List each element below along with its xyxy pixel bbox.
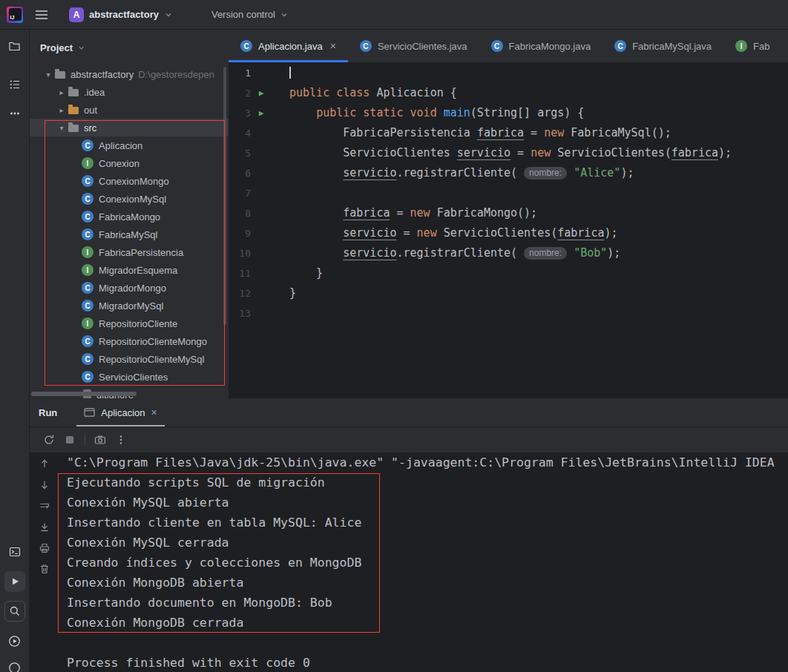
close-icon[interactable]: ×: [330, 40, 336, 52]
chevron-down-icon[interactable]: ▾: [55, 124, 68, 132]
stop-icon[interactable]: [61, 431, 79, 449]
code-text[interactable]: servicio.registrarCliente( nombre: "Bob"…: [272, 243, 620, 263]
code-text[interactable]: }: [272, 283, 296, 303]
tree-item-label: Aplicacion: [99, 140, 142, 151]
services-tool-icon[interactable]: [4, 630, 25, 651]
intellij-logo-icon[interactable]: IJ: [7, 7, 23, 23]
toolbar-separator: [85, 433, 85, 447]
chevron-down-icon[interactable]: ▾: [42, 70, 55, 79]
camera-icon[interactable]: [91, 431, 109, 449]
ide-window: IJ A abstractfactory Version control: [0, 0, 788, 672]
tree-item-src[interactable]: ▾src: [30, 119, 229, 136]
version-control-widget[interactable]: Version control: [207, 6, 293, 23]
editor-tab-servicioclientes-java[interactable]: CServicioClientes.java: [348, 30, 479, 62]
search-icon[interactable]: [4, 601, 25, 622]
tree-item-label: abstractfactory: [70, 69, 134, 80]
tree-item-abstractfactory[interactable]: ▾abstractfactoryD:\gestoresdepen: [30, 65, 229, 83]
run-tool-icon[interactable]: [4, 571, 25, 592]
code-text[interactable]: fabrica = new FabricaMongo();: [272, 203, 537, 223]
up-stack-icon[interactable]: [37, 456, 52, 471]
tree-item-conexionmongo[interactable]: CConexionMongo: [30, 172, 229, 190]
editor-tab-fab[interactable]: IFab: [723, 30, 781, 62]
tree-item-migradoresquema[interactable]: IMigradorEsquema: [30, 261, 229, 279]
code-line: 11 }: [229, 263, 788, 283]
chevron-right-icon[interactable]: ▸: [55, 88, 68, 96]
tree-item-repositoriocliente[interactable]: IRepositorioCliente: [30, 314, 229, 332]
project-horizontal-scrollbar[interactable]: [31, 392, 137, 396]
run-line-icon[interactable]: ▶: [251, 83, 272, 103]
editor-tab-fabricamongo-java[interactable]: CFabricaMongo.java: [479, 30, 603, 62]
code-text[interactable]: public static void main(String[] args) {: [272, 103, 584, 123]
code-text[interactable]: ServicioClientes servicio = new Servicio…: [272, 143, 732, 163]
code-text[interactable]: FabricaPersistencia fabrica = new Fabric…: [272, 123, 672, 143]
tree-item-fabricapersistencia[interactable]: IFabricaPersistencia: [30, 243, 229, 261]
code-token: fabrica: [672, 146, 718, 159]
main-menu-icon[interactable]: [35, 10, 48, 20]
tree-item-servicioclientes[interactable]: CServicioClientes: [30, 368, 229, 386]
code-line: 5 ServicioClientes servicio = new Servic…: [229, 143, 788, 163]
code-text[interactable]: servicio.registrarCliente( nombre: "Alic…: [272, 163, 634, 183]
more-tools-icon[interactable]: [4, 103, 25, 124]
code-text[interactable]: }: [272, 263, 323, 283]
project-panel: Project ▾abstractfactoryD:\gestoresdepen…: [30, 30, 229, 398]
tree-item-path: D:\gestoresdepen: [138, 69, 214, 80]
tree-item-migradormysql[interactable]: CMigradorMySql: [30, 297, 229, 314]
rerun-icon[interactable]: [40, 431, 58, 449]
project-avatar: A: [69, 7, 84, 22]
tree-item-repositorioclientemongo[interactable]: CRepositorioClienteMongo: [30, 332, 229, 350]
gutter-space: [251, 63, 272, 83]
project-tool-icon[interactable]: [4, 36, 25, 56]
code-text[interactable]: [272, 183, 289, 203]
scroll-to-end-icon[interactable]: [37, 520, 52, 535]
editor-tab-aplicacion-java[interactable]: CAplicacion.java×: [229, 30, 348, 62]
console-line: "C:\Program Files\Java\jdk-25\bin\java.e…: [67, 452, 788, 472]
code-text[interactable]: [272, 63, 291, 83]
tree-item-fabricamysql[interactable]: CFabricaMySql: [30, 225, 229, 243]
clear-console-icon[interactable]: [37, 561, 52, 576]
more-options-icon[interactable]: [112, 431, 130, 449]
tree-item-fabricamongo[interactable]: CFabricaMongo: [30, 208, 229, 225]
code-token: =: [397, 226, 417, 240]
tree-item-conexion[interactable]: IConexion: [30, 154, 229, 172]
tree-item-conexionmysql[interactable]: CConexionMySql: [30, 190, 229, 208]
code-token: );: [718, 146, 732, 159]
hidden-tool-icon[interactable]: [4, 657, 25, 672]
code-editor[interactable]: 12▶public class Aplicacion {3▶ public st…: [229, 63, 788, 398]
down-stack-icon[interactable]: [37, 478, 52, 493]
tree-item-label: RepositorioClienteMySql: [99, 354, 204, 365]
soft-wrap-icon[interactable]: [37, 499, 52, 514]
close-icon[interactable]: ×: [151, 406, 157, 418]
tree-item--idea[interactable]: ▸.idea: [30, 83, 229, 101]
code-text[interactable]: servicio = new ServicioClientes(fabrica)…: [272, 223, 618, 243]
console-line: Conexión MongoDB cerrada: [67, 613, 788, 633]
code-token: );: [604, 226, 617, 240]
tree-item-out[interactable]: ▸out: [30, 101, 229, 119]
project-panel-header[interactable]: Project: [30, 30, 229, 65]
structure-tool-icon[interactable]: [4, 74, 25, 95]
tree-item-aplicacion[interactable]: CAplicacion: [30, 136, 229, 154]
chevron-right-icon[interactable]: ▸: [55, 106, 68, 114]
run-config-tab[interactable]: Aplicacion ×: [76, 398, 164, 426]
run-line-icon[interactable]: ▶: [251, 103, 272, 123]
code-token: ServicioClientes(: [551, 146, 672, 159]
console[interactable]: "C:\Program Files\Java\jdk-25\bin\java.e…: [30, 452, 788, 672]
project-widget[interactable]: A abstractfactory: [65, 4, 177, 25]
terminal-tool-icon[interactable]: [4, 541, 25, 562]
project-vertical-scrollbar[interactable]: [223, 67, 226, 325]
code-token: =: [390, 206, 410, 220]
print-icon[interactable]: [37, 541, 52, 556]
code-token: ServicioClientes: [289, 146, 457, 159]
tree-item-migradormongo[interactable]: CMigradorMongo: [30, 279, 229, 297]
code-text[interactable]: [272, 303, 289, 323]
tree-item-repositorioclientemysql[interactable]: CRepositorioClienteMySql: [30, 350, 229, 368]
run-tool-window: Run Aplicacion ×: [30, 398, 788, 672]
code-token: }: [289, 286, 296, 300]
line-number: 1: [229, 63, 251, 83]
interface-icon: I: [82, 246, 93, 258]
class-icon: C: [360, 40, 372, 52]
editor-tab-fabricamysql-java[interactable]: CFabricaMySql.java: [603, 30, 723, 62]
interface-icon: I: [82, 317, 93, 329]
code-lines: 12▶public class Aplicacion {3▶ public st…: [229, 63, 788, 323]
code-text[interactable]: public class Aplicacion {: [272, 83, 457, 103]
text-caret: [289, 67, 291, 79]
